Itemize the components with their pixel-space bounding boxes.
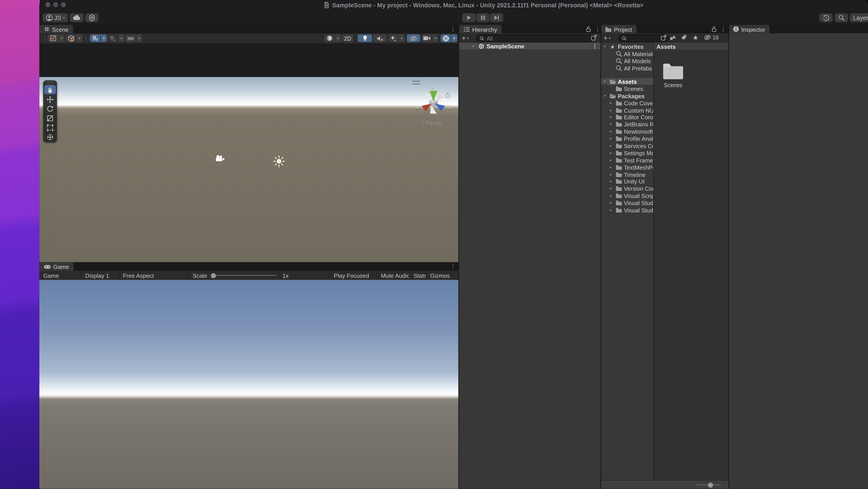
tree-item-custom-nu[interactable]: ▸Custom NU — [601, 107, 653, 114]
expand-arrow-icon[interactable]: ▾ — [602, 79, 608, 84]
search-everywhere-button[interactable] — [835, 13, 848, 22]
tab-inspector[interactable]: Inspector — [728, 25, 770, 33]
effects-dropdown[interactable]: ▾ — [399, 34, 405, 42]
game-viewport[interactable] — [39, 280, 459, 489]
step-button[interactable] — [490, 13, 503, 22]
expand-arrow-icon[interactable]: ▸ — [471, 44, 476, 48]
hidden-objects-toggle[interactable] — [407, 34, 420, 42]
divider-hierarchy-project[interactable] — [600, 25, 601, 489]
hierarchy-popout-icon[interactable] — [591, 34, 597, 41]
perspective-toggle[interactable]: ⟨ Persp — [422, 119, 442, 126]
gizmo-drag-handle[interactable] — [412, 81, 420, 84]
scale-tool[interactable] — [44, 114, 56, 122]
expand-arrow-icon[interactable]: ▸ — [609, 144, 614, 148]
expand-arrow-icon[interactable]: ▸ — [609, 151, 614, 155]
rotate-tool[interactable] — [44, 104, 56, 113]
directional-light-gizmo-icon[interactable] — [273, 155, 285, 167]
gizmos-dropdown[interactable]: ▾ — [451, 34, 458, 42]
scale-slider-handle[interactable] — [211, 273, 216, 278]
tree-item-code-cover[interactable]: ▸Code Cover — [601, 99, 653, 107]
tree-item-scenes[interactable]: Scenes — [601, 85, 653, 92]
close-window-button[interactable] — [45, 2, 51, 7]
pause-button[interactable] — [476, 13, 489, 22]
asset-item-scenes[interactable]: Scenes — [660, 62, 686, 88]
expand-arrow-icon[interactable]: ▸ — [609, 100, 614, 105]
camera-settings-dropdown[interactable]: ▾ — [432, 34, 439, 42]
gizmos-toggle[interactable] — [441, 34, 451, 42]
undo-history-button[interactable] — [819, 13, 833, 22]
row-menu-icon[interactable]: ⋮ — [592, 43, 598, 49]
view-hand-tool[interactable] — [44, 85, 56, 94]
scene-lighting-toggle[interactable] — [358, 34, 372, 42]
game-panel-menu-icon[interactable]: ⋮ — [450, 263, 456, 269]
hierarchy-create-button[interactable]: +▾ — [462, 34, 469, 42]
scale-slider-track[interactable] — [212, 275, 277, 276]
grid-snap-dropdown[interactable]: ▾ — [101, 34, 107, 42]
favorites-filter-icon[interactable]: ★ — [693, 34, 699, 42]
tree-item-packages[interactable]: ▾Packages — [601, 92, 653, 99]
project-lock-icon[interactable] — [711, 26, 717, 32]
minimize-window-button[interactable] — [53, 2, 58, 7]
expand-arrow-icon[interactable]: ▾ — [602, 45, 608, 49]
expand-arrow-icon[interactable]: ▸ — [609, 186, 614, 191]
divider-project-inspector[interactable] — [728, 25, 729, 489]
play-focused-dropdown[interactable]: Play Focused▾ — [330, 271, 384, 280]
snap-button[interactable] — [108, 34, 118, 42]
hierarchy-row-samplescene[interactable]: ▸SampleScene⋮ — [459, 43, 601, 50]
expand-arrow-icon[interactable]: ▸ — [609, 136, 614, 141]
toolbar-drag-handle[interactable] — [44, 35, 48, 41]
tools-drag-handle[interactable] — [46, 82, 54, 85]
hidden-packages-toggle[interactable]: 16 — [704, 34, 719, 40]
grid-snap-button[interactable]: Y — [90, 34, 100, 42]
tree-item-visual-studi[interactable]: ▸Visual Studi — [601, 206, 653, 213]
tree-item-favorites[interactable]: ▾★Favorites — [601, 43, 653, 50]
search-by-type-icon[interactable] — [670, 34, 677, 40]
tab-game[interactable]: Game — [39, 262, 73, 271]
camera-gizmo-icon[interactable] — [215, 155, 225, 163]
expand-arrow-icon[interactable]: ▾ — [602, 93, 608, 98]
orientation-gizmo[interactable]: y x z — [417, 84, 450, 117]
expand-arrow-icon[interactable]: ▸ — [609, 108, 614, 112]
account-button[interactable]: JS▾ — [43, 13, 68, 22]
tree-item-visual-scrip[interactable]: ▸Visual Scrip — [601, 192, 653, 199]
effects-toggle[interactable] — [389, 34, 398, 42]
camera-settings-button[interactable] — [422, 34, 432, 42]
tree-item-test-framew[interactable]: ▸Test Framew — [601, 156, 653, 164]
transform-tool[interactable] — [44, 133, 56, 141]
scene-audio-toggle[interactable] — [373, 34, 386, 42]
tree-item-assets[interactable]: ▾Assets — [601, 78, 653, 85]
tree-item-jetbrains-ri[interactable]: ▸JetBrains Ri — [601, 121, 653, 128]
tree-item-version-con[interactable]: ▸Version Con — [601, 185, 653, 192]
tree-item-settings-ma[interactable]: ▸Settings Ma — [601, 149, 653, 156]
scene-panel-menu-icon[interactable]: ⋮ — [450, 26, 456, 32]
tool-orientation-dropdown[interactable]: ▾ — [76, 34, 83, 42]
tab-project[interactable]: Project — [601, 25, 637, 33]
tree-item-unity-ui[interactable]: ▸Unity UI — [601, 178, 653, 185]
tree-item-editor-corou[interactable]: ▸Editor Corou — [601, 114, 653, 121]
divider-scene-hierarchy[interactable] — [458, 25, 459, 489]
tree-item-all-models[interactable]: All Models — [601, 57, 653, 64]
tab-hierarchy[interactable]: Hierarchy — [459, 25, 501, 33]
expand-arrow-icon[interactable]: ▸ — [609, 201, 614, 205]
expand-arrow-icon[interactable]: ▸ — [609, 208, 614, 212]
play-button[interactable] — [462, 13, 476, 22]
tree-item-all-prefabs[interactable]: All Prefabs — [601, 65, 653, 72]
hierarchy-lock-icon[interactable] — [586, 26, 591, 32]
expand-arrow-icon[interactable]: ▸ — [609, 165, 614, 169]
tree-item-visual-studi[interactable]: ▸Visual Studi — [601, 199, 653, 206]
cloud-button[interactable] — [70, 13, 84, 22]
tree-item-newtonsoft[interactable]: ▸Newtonsoft — [601, 128, 653, 135]
expand-arrow-icon[interactable]: ▸ — [609, 115, 614, 119]
zoom-window-button[interactable] — [61, 2, 66, 7]
expand-arrow-icon[interactable]: ▸ — [609, 158, 614, 162]
tab-scene[interactable]: Scene — [39, 25, 73, 33]
tree-item-textmeshpr[interactable]: ▸TextMeshPr — [601, 164, 653, 171]
hierarchy-search-input[interactable]: All — [476, 34, 593, 42]
snap-dropdown[interactable]: ▾ — [119, 34, 125, 42]
expand-arrow-icon[interactable]: ▸ — [609, 194, 614, 198]
search-by-label-icon[interactable] — [681, 34, 687, 40]
tool-orientation-button[interactable] — [66, 34, 76, 42]
hierarchy-panel-menu-icon[interactable]: ⋮ — [594, 26, 601, 32]
project-create-button[interactable]: +▾ — [603, 34, 611, 42]
move-tool[interactable] — [44, 95, 56, 104]
